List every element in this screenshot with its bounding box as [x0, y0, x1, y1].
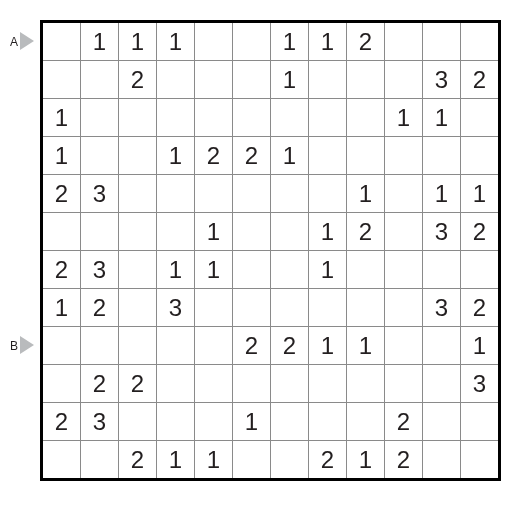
grid-cell[interactable]: 1 [309, 213, 347, 251]
grid-cell[interactable] [157, 403, 195, 441]
grid-cell[interactable] [157, 327, 195, 365]
grid-cell[interactable] [309, 61, 347, 99]
grid-cell[interactable] [42, 61, 81, 99]
grid-cell[interactable]: 1 [461, 327, 500, 365]
grid-cell[interactable] [42, 22, 81, 61]
grid-cell[interactable] [347, 365, 385, 403]
grid-cell[interactable]: 1 [157, 251, 195, 289]
grid-cell[interactable] [347, 99, 385, 137]
grid-cell[interactable] [81, 213, 119, 251]
grid-cell[interactable] [271, 175, 309, 213]
grid-cell[interactable]: 2 [119, 441, 157, 480]
grid-cell[interactable] [42, 365, 81, 403]
grid-cell[interactable] [271, 403, 309, 441]
grid-cell[interactable]: 2 [347, 213, 385, 251]
grid-cell[interactable] [423, 365, 461, 403]
grid-cell[interactable]: 2 [347, 22, 385, 61]
grid-cell[interactable] [461, 99, 500, 137]
grid-cell[interactable] [309, 175, 347, 213]
grid-cell[interactable]: 1 [195, 213, 233, 251]
grid-cell[interactable] [271, 289, 309, 327]
grid-cell[interactable] [271, 213, 309, 251]
grid-cell[interactable]: 2 [233, 327, 271, 365]
grid-cell[interactable] [42, 213, 81, 251]
grid-cell[interactable]: 2 [81, 289, 119, 327]
grid-cell[interactable]: 2 [42, 251, 81, 289]
grid-cell[interactable] [81, 441, 119, 480]
grid-cell[interactable]: 2 [461, 213, 500, 251]
grid-cell[interactable]: 1 [309, 327, 347, 365]
grid-cell[interactable]: 1 [42, 99, 81, 137]
grid-cell[interactable] [233, 61, 271, 99]
grid-cell[interactable] [119, 175, 157, 213]
grid-cell[interactable]: 1 [385, 99, 423, 137]
grid-cell[interactable]: 1 [271, 22, 309, 61]
grid-cell[interactable]: 2 [233, 137, 271, 175]
grid-cell[interactable] [81, 137, 119, 175]
grid-cell[interactable] [233, 22, 271, 61]
grid-cell[interactable] [385, 327, 423, 365]
grid-cell[interactable] [195, 99, 233, 137]
grid-cell[interactable]: 2 [195, 137, 233, 175]
grid-cell[interactable] [157, 365, 195, 403]
grid-cell[interactable]: 1 [309, 251, 347, 289]
grid-cell[interactable] [157, 61, 195, 99]
grid-cell[interactable] [423, 441, 461, 480]
grid-cell[interactable] [423, 137, 461, 175]
grid-cell[interactable] [309, 99, 347, 137]
grid-cell[interactable] [157, 213, 195, 251]
grid-cell[interactable] [423, 251, 461, 289]
grid-cell[interactable] [42, 327, 81, 365]
grid-cell[interactable] [119, 99, 157, 137]
grid-cell[interactable]: 3 [157, 289, 195, 327]
grid-cell[interactable] [461, 251, 500, 289]
grid-cell[interactable]: 1 [423, 175, 461, 213]
grid-cell[interactable] [119, 403, 157, 441]
grid-cell[interactable] [309, 403, 347, 441]
grid-cell[interactable]: 3 [81, 403, 119, 441]
grid-cell[interactable] [119, 137, 157, 175]
grid-cell[interactable] [461, 403, 500, 441]
grid-cell[interactable] [195, 61, 233, 99]
grid-cell[interactable] [423, 327, 461, 365]
grid-cell[interactable] [347, 403, 385, 441]
grid-cell[interactable] [271, 251, 309, 289]
grid-cell[interactable]: 1 [157, 137, 195, 175]
grid-cell[interactable] [461, 441, 500, 480]
grid-cell[interactable] [385, 22, 423, 61]
grid-cell[interactable] [233, 251, 271, 289]
grid-cell[interactable] [195, 327, 233, 365]
grid-cell[interactable]: 1 [157, 22, 195, 61]
grid-cell[interactable] [423, 403, 461, 441]
grid-cell[interactable] [347, 251, 385, 289]
grid-cell[interactable] [233, 441, 271, 480]
grid-cell[interactable] [157, 175, 195, 213]
grid-cell[interactable] [233, 289, 271, 327]
grid-cell[interactable]: 1 [347, 441, 385, 480]
grid-cell[interactable] [385, 251, 423, 289]
grid-cell[interactable] [461, 22, 500, 61]
grid-cell[interactable]: 1 [119, 22, 157, 61]
grid-cell[interactable]: 1 [157, 441, 195, 480]
grid-cell[interactable] [81, 99, 119, 137]
grid-cell[interactable]: 2 [42, 175, 81, 213]
grid-cell[interactable] [195, 289, 233, 327]
grid-cell[interactable]: 1 [271, 61, 309, 99]
grid-cell[interactable]: 1 [461, 175, 500, 213]
grid-cell[interactable] [119, 327, 157, 365]
grid-cell[interactable] [271, 99, 309, 137]
grid-cell[interactable] [309, 137, 347, 175]
grid-cell[interactable] [233, 213, 271, 251]
grid-cell[interactable] [81, 327, 119, 365]
grid-cell[interactable] [81, 61, 119, 99]
grid-cell[interactable] [385, 175, 423, 213]
grid-cell[interactable]: 2 [461, 289, 500, 327]
grid-cell[interactable]: 2 [119, 61, 157, 99]
grid-cell[interactable]: 1 [195, 251, 233, 289]
grid-cell[interactable]: 1 [309, 22, 347, 61]
grid-cell[interactable]: 1 [42, 137, 81, 175]
grid-cell[interactable] [347, 289, 385, 327]
grid-cell[interactable] [233, 175, 271, 213]
grid-cell[interactable] [195, 22, 233, 61]
grid-cell[interactable] [119, 289, 157, 327]
